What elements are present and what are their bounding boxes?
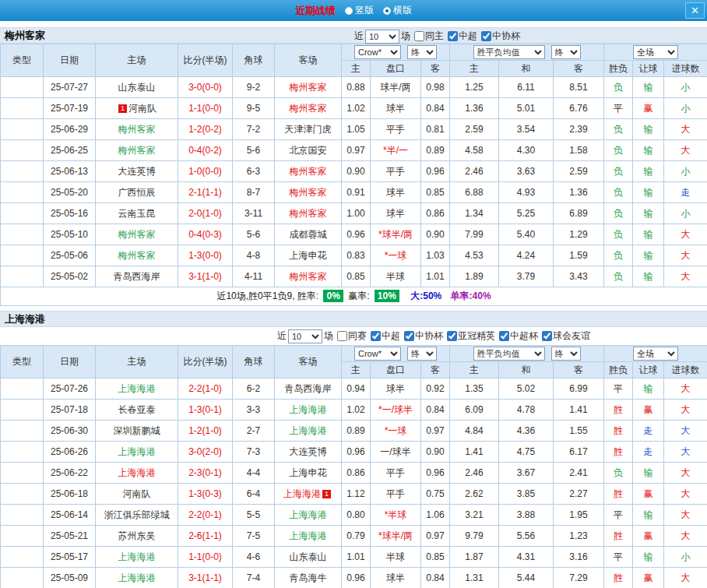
filter-checkbox-球会友谊[interactable]: 球会友谊 <box>540 329 590 343</box>
match-count-select[interactable]: 10 <box>365 30 399 44</box>
scope-select[interactable]: 全场 <box>633 347 678 361</box>
team-link[interactable]: 长春亚泰 <box>118 404 156 415</box>
avg-final-select[interactable]: 终 <box>551 45 581 59</box>
checkbox-label: 中协杯 <box>415 329 443 343</box>
filter-checkbox-同赛[interactable]: 同赛 <box>335 329 367 343</box>
team-link[interactable]: 大连英博 <box>290 446 327 457</box>
team-link[interactable]: 上海海港 <box>283 488 321 499</box>
home-team-cell: 浙江俱乐部绿城 <box>96 505 178 526</box>
checkbox-input[interactable] <box>404 331 414 341</box>
avg-draw-cell: 5.25 <box>499 203 554 224</box>
team-link[interactable]: 梅州客家 <box>118 124 156 135</box>
away-odds-cell: 0.96 <box>421 463 450 484</box>
team-link[interactable]: 上海申花 <box>290 250 327 261</box>
team-link[interactable]: 青岛西海岸 <box>114 271 160 282</box>
match-count-select[interactable]: 10 <box>288 329 322 343</box>
checkbox-input[interactable] <box>542 331 552 341</box>
team-link[interactable]: 梅州客家 <box>118 229 156 240</box>
filter-checkbox-中超杯[interactable]: 中超杯 <box>497 329 538 343</box>
team-link[interactable]: 上海海港 <box>118 383 156 394</box>
team-link[interactable]: 上海海港 <box>290 425 327 436</box>
team-link[interactable]: 山东泰山 <box>290 551 327 562</box>
avg-final-select[interactable]: 终 <box>551 347 581 361</box>
odds-company-select[interactable]: Crow* <box>354 347 401 361</box>
team-link[interactable]: 山东泰山 <box>118 82 156 93</box>
home-odds-cell: 0.85 <box>342 266 371 287</box>
team-link[interactable]: 梅州客家 <box>290 187 327 198</box>
score-cell: 3-0(0-0) <box>178 77 233 98</box>
team-link[interactable]: 上海海港 <box>290 530 327 541</box>
scope-select[interactable]: 全场 <box>633 45 678 59</box>
layout-radio-横版[interactable]: 横版 <box>383 4 412 17</box>
team-link[interactable]: 河南队 <box>123 488 151 499</box>
section-meizhou: 梅州客家 近 10 场 同主中超中协杯 类型 日期 主场 比分(半场) 角球 客… <box>0 27 707 306</box>
handicap-cell: 半球 <box>371 266 421 287</box>
team-link[interactable]: 梅州客家 <box>118 145 156 156</box>
home-team-cell: 苏州东吴 <box>96 526 178 547</box>
checkbox-input[interactable] <box>481 31 491 41</box>
team-link[interactable]: 梅州客家 <box>290 166 327 177</box>
layout-radio-竖版[interactable]: 竖版 <box>345 4 374 17</box>
team-link[interactable]: 大连英博 <box>118 166 156 177</box>
avg-type-select[interactable]: 胜平负均值 <box>473 347 545 361</box>
filter-bar: 近 10 场 同赛中超中协杯亚冠精英中超杯球会友谊 <box>0 327 707 345</box>
team-link[interactable]: 苏州东吴 <box>118 530 156 541</box>
team-link[interactable]: 成都蓉城 <box>290 229 327 240</box>
match-row: 中超25-06-18河南队1-3(0-3)6-4上海海港11.12平手0.752… <box>1 484 707 505</box>
col-away: 客场 <box>275 44 342 77</box>
filter-checkbox-中协杯[interactable]: 中协杯 <box>402 329 443 343</box>
team-link[interactable]: 上海海港 <box>290 404 327 415</box>
team-link[interactable]: 梅州客家 <box>290 208 327 219</box>
filter-checkbox-中超[interactable]: 中超 <box>368 329 400 343</box>
team-link[interactable]: 梅州客家 <box>290 271 327 282</box>
close-button[interactable]: ✕ <box>685 2 705 19</box>
team-link[interactable]: 河南队 <box>128 103 157 114</box>
filter-checkbox-亚冠精英[interactable]: 亚冠精英 <box>445 329 495 343</box>
team-link[interactable]: 广西恒辰 <box>118 187 156 198</box>
team-link[interactable]: 上海海港 <box>118 467 156 478</box>
team-link[interactable]: 青岛西海岸 <box>285 383 332 394</box>
team-link[interactable]: 浙江俱乐部绿城 <box>104 509 170 520</box>
checkbox-input[interactable] <box>414 31 424 41</box>
home-odds-cell: 1.02 <box>342 400 371 421</box>
team-link[interactable]: 上海海港 <box>290 509 327 520</box>
team-link[interactable]: 梅州客家 <box>290 82 327 93</box>
avg-type-select[interactable]: 胜平负均值 <box>473 45 545 59</box>
checkbox-input[interactable] <box>337 331 347 341</box>
filter-checkbox-同主[interactable]: 同主 <box>412 30 444 43</box>
near-label: 近 <box>354 30 364 43</box>
team-link[interactable]: 北京国安 <box>290 145 327 156</box>
checkbox-input[interactable] <box>447 331 457 341</box>
team-link[interactable]: 上海海港 <box>118 551 156 562</box>
league-cell: 中超 <box>1 547 44 568</box>
away-odds-cell: 0.89 <box>421 140 450 161</box>
home-team-cell: 河南队 <box>96 484 178 505</box>
odds-final-select[interactable]: 终 <box>407 347 437 361</box>
filter-checkbox-中超[interactable]: 中超 <box>445 30 477 43</box>
team-link[interactable]: 梅州客家 <box>290 103 327 114</box>
avg-away-cell: 6.17 <box>554 442 604 463</box>
score-cell: 3-1(1-0) <box>178 266 233 287</box>
team-link[interactable]: 深圳新鹏城 <box>114 425 160 436</box>
home-team-cell: 梅州客家 <box>96 245 178 266</box>
league-cell: 中超 <box>1 379 44 400</box>
match-row: 中超25-06-13大连英博1-0(0-0)6-3梅州客家0.90平手0.962… <box>1 161 707 182</box>
checkbox-input[interactable] <box>371 331 381 341</box>
team-link[interactable]: 上海海港 <box>118 446 156 457</box>
filter-checkbox-中协杯[interactable]: 中协杯 <box>479 30 520 43</box>
team-link[interactable]: 上海海港 <box>118 572 156 583</box>
league-cell: 中超 <box>1 442 44 463</box>
checkbox-input[interactable] <box>448 31 458 41</box>
league-cell: 中超 <box>1 203 44 224</box>
team-link[interactable]: 青岛海牛 <box>290 572 327 583</box>
team-link[interactable]: 天津津门虎 <box>285 124 332 135</box>
odds-company-select[interactable]: Crow* <box>354 45 401 59</box>
goals-result-cell: 大 <box>664 400 707 421</box>
checkbox-input[interactable] <box>499 331 509 341</box>
result-cell: 负 <box>604 245 633 266</box>
team-link[interactable]: 云南玉昆 <box>118 208 156 219</box>
team-link[interactable]: 梅州客家 <box>118 250 156 261</box>
odds-final-select[interactable]: 终 <box>407 45 437 59</box>
avg-home-cell: 1.36 <box>450 98 499 119</box>
team-link[interactable]: 上海申花 <box>290 467 327 478</box>
